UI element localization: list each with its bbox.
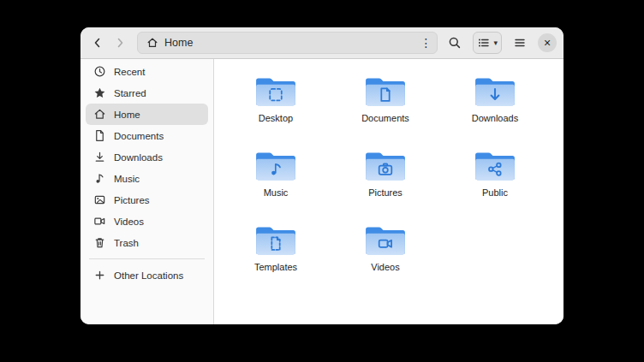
chevron-down-icon: ▾ bbox=[493, 39, 498, 47]
sidebar-item-label: Recent bbox=[114, 67, 145, 77]
sidebar-item-videos[interactable]: Videos bbox=[86, 211, 208, 232]
folder-label: Public bbox=[482, 187, 508, 198]
folder-item-desktop[interactable]: Desktop bbox=[231, 73, 320, 123]
chevron-right-icon bbox=[113, 36, 127, 50]
home-icon bbox=[146, 37, 158, 49]
folder-item-public[interactable]: Public bbox=[450, 147, 540, 198]
music-note-icon bbox=[93, 172, 106, 185]
sidebar-item-label: Pictures bbox=[114, 195, 150, 205]
header-bar: Home ⋮ ▾ bbox=[80, 27, 564, 59]
sidebar-item-label: Other Locations bbox=[114, 270, 183, 281]
folder-item-videos[interactable]: Videos bbox=[341, 222, 430, 272]
folder-label: Pictures bbox=[368, 187, 402, 198]
sidebar-item-music[interactable]: Music bbox=[86, 168, 208, 189]
sidebar-item-trash[interactable]: Trash bbox=[86, 232, 208, 253]
folder-label: Desktop bbox=[259, 113, 293, 123]
folder-icon bbox=[254, 147, 297, 183]
sidebar-item-label: Home bbox=[114, 110, 140, 120]
download-icon bbox=[93, 151, 106, 163]
folder-view[interactable]: Desktop Documents bbox=[214, 59, 564, 324]
view-toggle-button[interactable]: ▾ bbox=[473, 32, 502, 54]
folder-grid: Desktop Documents bbox=[225, 73, 564, 272]
file-manager-window: Home ⋮ ▾ bbox=[80, 27, 564, 324]
sidebar-item-downloads[interactable]: Downloads bbox=[86, 146, 208, 168]
folder-icon bbox=[254, 222, 297, 258]
sidebar-item-documents[interactable]: Documents bbox=[86, 125, 208, 146]
back-button[interactable] bbox=[87, 33, 108, 53]
folder-icon bbox=[364, 222, 407, 258]
sidebar: Recent Starred Home bbox=[80, 59, 214, 324]
sidebar-item-pictures[interactable]: Pictures bbox=[86, 189, 208, 211]
folder-label: Documents bbox=[361, 113, 409, 123]
window-body: Recent Starred Home bbox=[80, 59, 564, 324]
forward-button[interactable] bbox=[110, 33, 130, 53]
trash-icon bbox=[93, 236, 106, 249]
plus-icon bbox=[93, 269, 106, 282]
sidebar-item-other-locations[interactable]: Other Locations bbox=[86, 264, 208, 286]
sidebar-item-label: Music bbox=[114, 174, 140, 184]
folder-icon bbox=[474, 73, 516, 109]
main-menu-button[interactable] bbox=[510, 33, 530, 53]
desktop-background: Home ⋮ ▾ bbox=[0, 0, 644, 362]
home-icon bbox=[93, 108, 106, 121]
list-view-icon bbox=[477, 36, 491, 50]
current-location-label: Home bbox=[164, 37, 193, 49]
sidebar-item-recent[interactable]: Recent bbox=[86, 61, 208, 82]
star-icon bbox=[93, 86, 106, 99]
hamburger-icon bbox=[513, 36, 527, 50]
document-icon bbox=[93, 129, 106, 142]
folder-item-documents[interactable]: Documents bbox=[341, 73, 430, 123]
folder-label: Downloads bbox=[472, 113, 518, 123]
sidebar-item-label: Downloads bbox=[114, 152, 163, 163]
sidebar-item-label: Trash bbox=[114, 238, 139, 248]
folder-item-music[interactable]: Music bbox=[231, 147, 320, 198]
search-button[interactable] bbox=[444, 33, 465, 53]
sidebar-item-label: Videos bbox=[114, 217, 144, 227]
folder-item-templates[interactable]: Templates bbox=[231, 222, 320, 272]
clock-icon bbox=[93, 65, 106, 78]
sidebar-separator bbox=[89, 258, 205, 259]
picture-icon bbox=[93, 193, 106, 206]
sidebar-item-label: Starred bbox=[114, 88, 146, 98]
header-controls: ▾ × bbox=[444, 32, 557, 54]
video-icon bbox=[93, 215, 106, 228]
close-button[interactable]: × bbox=[538, 33, 557, 52]
folder-icon bbox=[364, 73, 407, 109]
sidebar-item-label: Documents bbox=[114, 131, 164, 141]
folder-icon bbox=[254, 73, 297, 109]
path-bar[interactable]: Home ⋮ bbox=[137, 32, 438, 54]
path-more-menu-button[interactable]: ⋮ bbox=[416, 33, 435, 52]
folder-icon bbox=[364, 147, 407, 183]
search-icon bbox=[448, 36, 462, 50]
folder-icon bbox=[474, 147, 516, 183]
folder-item-pictures[interactable]: Pictures bbox=[341, 147, 430, 198]
folder-label: Videos bbox=[371, 262, 399, 272]
folder-label: Templates bbox=[254, 262, 297, 272]
nav-buttons bbox=[87, 33, 130, 53]
sidebar-item-starred[interactable]: Starred bbox=[86, 82, 208, 104]
folder-label: Music bbox=[264, 187, 289, 198]
sidebar-item-home[interactable]: Home bbox=[86, 104, 208, 125]
folder-item-downloads[interactable]: Downloads bbox=[450, 73, 540, 123]
chevron-left-icon bbox=[91, 36, 104, 50]
